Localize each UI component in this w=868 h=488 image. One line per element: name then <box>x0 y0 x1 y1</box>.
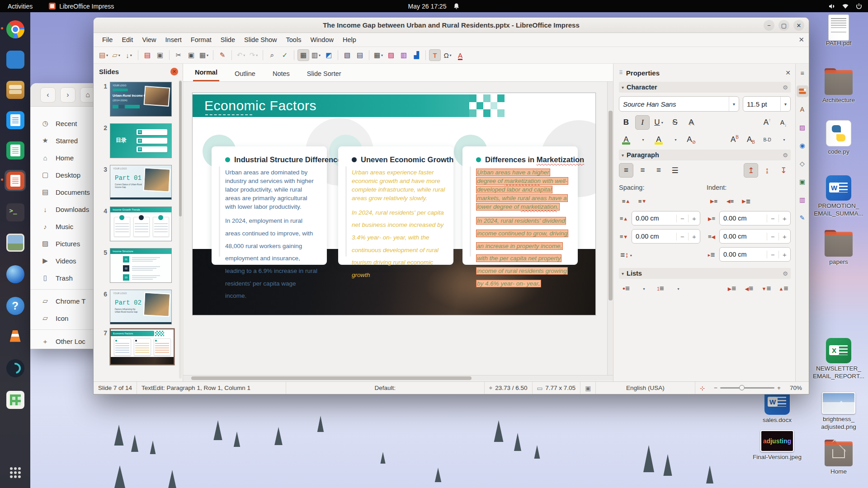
desktop-icon-final-version-jpeg[interactable]: adjustingFinal-Version.jpeg <box>750 430 804 461</box>
menu-slide-show[interactable]: Slide Show <box>240 34 281 45</box>
decrement-icon[interactable]: − <box>767 215 778 222</box>
new-slide-icon[interactable]: ▧ <box>341 49 353 61</box>
text-direction-button[interactable]: B-D <box>760 132 774 147</box>
align-right-button[interactable]: ≡ <box>651 163 666 178</box>
menu-view[interactable]: View <box>138 34 160 45</box>
menu-help[interactable]: Help <box>339 34 360 45</box>
dock-help[interactable] <box>5 295 26 316</box>
decrement-icon[interactable]: − <box>767 233 778 240</box>
increment-icon[interactable]: + <box>778 251 790 258</box>
clock-menu[interactable]: May 26 17:25 <box>408 0 460 12</box>
minimize-button[interactable]: − <box>764 20 774 31</box>
horizontal-scrollbar[interactable] <box>183 375 613 380</box>
increase-indent-icon[interactable]: ▶≡ <box>707 194 721 208</box>
align-top-button[interactable]: ↥ <box>744 163 758 178</box>
master-slide-status[interactable]: Default: <box>286 382 485 394</box>
decrease-paragraph-spacing-icon[interactable]: ≡▼ <box>635 194 650 208</box>
text-direction-dropdown[interactable]: ▾ <box>776 132 791 147</box>
dropdown-arrow-icon[interactable]: ▾ <box>106 53 108 57</box>
close-document-icon[interactable]: ✕ <box>798 36 804 44</box>
spelling-icon[interactable]: ✓ <box>279 49 291 61</box>
slide-thumbnail-3[interactable]: YOUR LOGOPart 01Current Status of Urban-… <box>110 165 172 200</box>
character-settings-gear-icon[interactable]: ⚙ <box>783 84 788 91</box>
menu-tools[interactable]: Tools <box>282 34 306 45</box>
dock-dark-logo-app[interactable] <box>5 357 26 379</box>
increment-icon[interactable]: + <box>688 215 700 222</box>
space-above-spinner[interactable]: 0.00 cm − + <box>632 211 700 225</box>
display-grid-icon[interactable]: ▦ <box>297 49 309 61</box>
slide-thumbnail-1[interactable]: YOUR LOGOUrban-Rural Income Gap(2014-202… <box>110 82 172 117</box>
dock-google-chrome[interactable] <box>5 19 26 40</box>
font-name-combo[interactable]: Source Han Sans ▾ <box>619 96 739 112</box>
align-vcenter-button[interactable]: ↨ <box>760 163 774 178</box>
lists-section-header[interactable]: ▾ Lists ⚙ <box>619 268 791 279</box>
snap-guides-icon[interactable]: ◩ <box>323 49 335 61</box>
ordered-list-dropdown[interactable]: ▾ <box>670 282 685 296</box>
dock-green-grid-app[interactable] <box>5 389 26 410</box>
dock-libreoffice-calc[interactable] <box>5 140 26 161</box>
maximize-button[interactable]: ▢ <box>778 20 789 31</box>
slide-thumbnail-2[interactable]: 目录010203 <box>110 123 172 158</box>
slide-card-1[interactable]: Industrial Structure DifferencesUrban ar… <box>212 146 327 265</box>
slide-card-2[interactable]: Uneven Economic GrowthUrban areas experi… <box>338 146 453 265</box>
shadow-button[interactable]: A <box>684 115 698 130</box>
bold-button[interactable]: B <box>619 115 633 130</box>
new-presentation-icon[interactable]: ▤▾ <box>98 49 109 61</box>
font-color-icon[interactable]: A <box>454 49 466 61</box>
slides-panel-scrollbar[interactable] <box>179 80 182 379</box>
files-forward-button[interactable]: › <box>60 87 75 103</box>
navigator-tab-icon[interactable]: ◉ <box>797 140 808 151</box>
view-tab-slide-sorter[interactable]: Slide Sorter <box>305 66 343 81</box>
paste-icon[interactable]: ▦▾ <box>198 49 210 61</box>
dropdown-arrow-icon[interactable]: ▾ <box>381 53 383 57</box>
font-size-combo[interactable]: 11.5 pt ▾ <box>743 96 791 112</box>
desktop-icon-path-pdf[interactable]: PATH.pdf <box>812 14 865 47</box>
dock-vscode[interactable] <box>5 49 26 70</box>
slide-thumbnail-5[interactable]: Income Structure010203 <box>110 248 172 283</box>
decrease-indent-icon[interactable]: ◀≡ <box>723 194 737 208</box>
slide-thumbnail-4[interactable]: Income Growth Trends <box>110 206 172 241</box>
increment-icon[interactable]: + <box>778 215 790 222</box>
first-line-indent-spinner[interactable]: 0.00 cm − + <box>719 247 791 262</box>
paragraph-settings-gear-icon[interactable]: ⚙ <box>783 152 788 159</box>
menu-format[interactable]: Format <box>187 34 216 45</box>
menu-edit[interactable]: Edit <box>118 34 137 45</box>
desktop-icon-architecture-folder[interactable]: Architecture <box>812 68 865 104</box>
dock-terminal[interactable] <box>5 202 26 223</box>
underline-button[interactable]: U▾ <box>651 115 666 130</box>
animation-tab-icon[interactable]: ▥ <box>797 194 808 206</box>
view-tab-outline[interactable]: Outline <box>233 66 257 81</box>
decrement-icon[interactable]: − <box>767 251 778 258</box>
decrement-icon[interactable]: − <box>676 233 688 240</box>
unordered-list-dropdown[interactable]: ▾ <box>636 282 651 296</box>
font-color-dropdown[interactable]: ▾ <box>635 132 650 147</box>
properties-tab-icon[interactable] <box>797 85 808 97</box>
increase-font-button[interactable]: A↑ <box>760 115 774 130</box>
decrement-icon[interactable]: − <box>676 215 688 222</box>
hanging-indent-icon[interactable]: ▶≣ <box>739 194 754 208</box>
highlight-color-dropdown[interactable]: ▾ <box>668 132 682 147</box>
master-slides-tab-icon[interactable]: ✎ <box>797 212 808 224</box>
before-text-indent-spinner[interactable]: 0.00 cm − + <box>719 211 791 225</box>
activities-button[interactable]: Activities <box>8 3 33 10</box>
promote-button[interactable]: ◀≡ <box>742 282 756 296</box>
redo-icon[interactable]: ↷▾ <box>248 49 259 61</box>
menu-slide[interactable]: Slide <box>217 34 239 45</box>
slide-number-status[interactable]: Slide 7 of 14 <box>94 382 137 394</box>
view-tab-notes[interactable]: Notes <box>271 66 292 81</box>
dropdown-arrow-icon[interactable]: ▾ <box>256 53 258 57</box>
find-replace-icon[interactable]: ⌕ <box>266 49 278 61</box>
chevron-down-icon[interactable]: ▾ <box>780 97 787 111</box>
dock-image-viewer[interactable] <box>5 232 26 253</box>
gallery-tab-icon[interactable]: ▨ <box>797 122 808 133</box>
slide-thumbnail-7[interactable]: Economic Factors <box>110 328 175 365</box>
slides-panel-close-icon[interactable]: ✕ <box>170 68 178 75</box>
close-button[interactable]: ✕ <box>793 20 804 31</box>
decrease-font-button[interactable]: A↓ <box>776 115 791 130</box>
justify-button[interactable]: ☰ <box>668 163 682 178</box>
language-status[interactable]: English (USA) <box>596 382 695 394</box>
dock-vlc[interactable] <box>5 326 26 347</box>
menu-window[interactable]: Window <box>306 34 338 45</box>
clear-formatting-button[interactable]: A⊘ <box>684 132 698 147</box>
character-section-header[interactable]: ▾ Character ⚙ <box>619 82 791 93</box>
